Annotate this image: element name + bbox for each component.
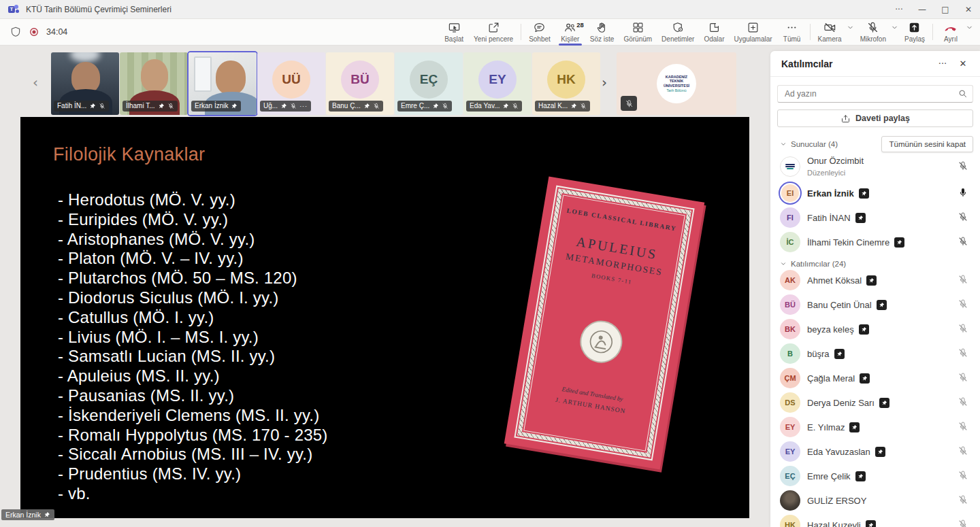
initials-tile-eda[interactable]: EY Eda Yav... [463, 52, 532, 115]
presenters-collapse-toggle[interactable]: Sunucular (4) [780, 140, 838, 148]
panel-header: Katılımcılar ··· ✕ [770, 51, 980, 77]
microphone-button[interactable]: Mikrofon [855, 19, 891, 46]
mic-off-icon [958, 323, 968, 334]
participant-row[interactable]: BK beyza keleş [770, 317, 980, 341]
new-window-button[interactable]: Yeni pencere [469, 19, 518, 46]
apps-button[interactable]: Uygulamalar [729, 19, 777, 46]
participant-mic-muted[interactable] [956, 235, 970, 250]
pin-icon [570, 103, 577, 109]
pin-icon [868, 522, 874, 527]
filmstrip-scroll-left-button[interactable]: ‹ [33, 74, 38, 90]
participant-mic-disabled[interactable] [956, 517, 970, 527]
people-button[interactable]: 28Kişiler [555, 19, 585, 46]
people-count-badge: 28 [576, 21, 584, 29]
initials-tile-ug[interactable]: UÜ Uğ...··· [257, 52, 325, 115]
view-button[interactable]: Görünüm [619, 19, 657, 46]
camera-button[interactable]: Kamera [813, 19, 847, 46]
video-tile-ilhami[interactable]: İlhami T... [120, 52, 188, 115]
slide-list-item: - Euripides (MÖ. V. yy.) [58, 210, 327, 230]
participant-mic-disabled[interactable] [956, 420, 970, 435]
rooms-button[interactable]: Odalar [699, 19, 729, 46]
participant-mic-disabled[interactable] [956, 346, 970, 361]
panel-close-button[interactable]: ✕ [954, 55, 972, 73]
pin-icon [432, 103, 439, 109]
pin-badge [855, 471, 866, 481]
participant-row[interactable]: EY Eda Yavuzaslan [770, 439, 980, 464]
controls-button[interactable]: Denetimler [657, 19, 699, 46]
avatar: BK [780, 319, 800, 339]
pin-icon [280, 103, 287, 109]
participant-row[interactable]: EÇ Emre Çelik [770, 464, 980, 488]
participant-name: Onur Özcimbit [807, 156, 864, 166]
slide-list-item: - Plutarchos (MÖ. 50 – MS. 120) [58, 269, 327, 288]
ktu-logo-tile[interactable]: KARADENİZ TEKNİK ÜNİVERSİTESİ Tarih Bölü… [617, 52, 736, 115]
initials-tile-banu[interactable]: BÜ Banu Ç... [326, 52, 394, 115]
classical-figure-icon [585, 326, 617, 358]
pin-icon [502, 103, 509, 109]
participant-row[interactable]: BÜ Banu Çetin Ünal [770, 292, 980, 317]
participant-row[interactable]: B büşra [770, 341, 980, 366]
participant-mic-disabled[interactable] [956, 493, 970, 508]
participant-row[interactable]: EY E. Yılmaz [770, 415, 980, 439]
search-input[interactable] [777, 85, 973, 103]
chat-button[interactable]: Sohbet [524, 19, 555, 46]
initials-tile-hazal[interactable]: HK Hazal K... [532, 52, 600, 115]
window-more-button[interactable]: ··· [887, 0, 911, 19]
rooms-icon [708, 21, 721, 34]
tile-name-tag: Emre Ç... [397, 101, 452, 112]
participant-mic-disabled[interactable] [956, 273, 970, 288]
more-actions-button[interactable]: Tümü [777, 19, 807, 46]
attendees-collapse-toggle[interactable]: Katılımcılar (24) [780, 260, 846, 268]
pin-badge [866, 275, 877, 286]
window-restore-button[interactable]: □ [934, 0, 957, 19]
window-close-button[interactable]: ✕ [957, 0, 980, 19]
raise-hand-button[interactable]: Söz iste [585, 19, 619, 46]
avatar: İC [780, 232, 800, 252]
slide-list-item: - Herodotus (MÖ. V. yy.) [58, 190, 327, 210]
participant-mic-muted[interactable] [956, 159, 970, 174]
participant-row[interactable]: ÇM Çağla Meral [770, 366, 980, 390]
slide-list-item: - Diodorus Siculus (MÖ. I. yy.) [58, 288, 327, 308]
participant-row[interactable]: İC İlhami Tekin Cinemre [770, 230, 980, 254]
leave-button[interactable]: Ayrıl [936, 19, 966, 46]
participant-row[interactable]: GULİZ ERSOY [770, 488, 980, 513]
pin-icon [858, 473, 864, 479]
participant-mic-disabled[interactable] [956, 371, 970, 386]
window-minimize-button[interactable]: — [911, 0, 934, 19]
video-tile-fatih[interactable]: Fatih İN... [51, 52, 119, 115]
tile-more-menu[interactable]: ··· [299, 103, 308, 110]
participant-identity: Onur ÖzcimbitDüzenleyici [807, 156, 864, 178]
mic-options-chevron[interactable] [891, 19, 900, 33]
participant-row[interactable]: HK Hazal Kuzeyli [770, 513, 980, 527]
participant-mic-disabled[interactable] [956, 322, 970, 337]
participant-mic-disabled[interactable] [956, 444, 970, 459]
participant-row[interactable]: DS Derya Deniz Sarı [770, 390, 980, 415]
participant-row[interactable]: AK Ahmet Köksal [770, 268, 980, 292]
avatar: ÇM [780, 368, 800, 388]
participant-row[interactable]: Onur ÖzcimbitDüzenleyici [770, 152, 980, 181]
initials-tile-emre[interactable]: EÇ Emre Ç... [395, 52, 463, 115]
panel-more-button[interactable]: ··· [934, 55, 951, 73]
participant-name: Çağla Meral [807, 373, 855, 384]
participant-row[interactable]: FI Fatih İNAN [770, 205, 980, 230]
ktu-logo-avatar [780, 156, 800, 177]
share-invite-button[interactable]: Daveti paylaş [777, 109, 973, 127]
start-share-button[interactable]: Başlat [439, 19, 469, 46]
camera-options-chevron[interactable] [847, 19, 855, 33]
mic-off-icon [512, 103, 519, 109]
video-tile-erkan-active-speaker[interactable]: Erkan İznik [189, 52, 257, 115]
leave-options-chevron[interactable] [966, 19, 975, 33]
participant-mic-muted[interactable] [956, 210, 970, 225]
participant-mic-on[interactable] [956, 186, 970, 201]
participant-mic-disabled[interactable] [956, 395, 970, 410]
tile-mute-badge [621, 96, 637, 111]
avatar: BÜ [780, 294, 800, 315]
pin-icon [89, 103, 96, 109]
mute-all-button[interactable]: Tümünün sesini kapat [881, 136, 973, 152]
pin-icon [861, 190, 867, 197]
filmstrip-scroll-right-button[interactable]: › [602, 74, 607, 90]
share-button[interactable]: Paylaş [900, 19, 930, 46]
participant-mic-disabled[interactable] [956, 297, 970, 312]
participant-row[interactable]: EI Erkan İznik [770, 181, 980, 205]
participant-mic-disabled[interactable] [956, 469, 970, 483]
